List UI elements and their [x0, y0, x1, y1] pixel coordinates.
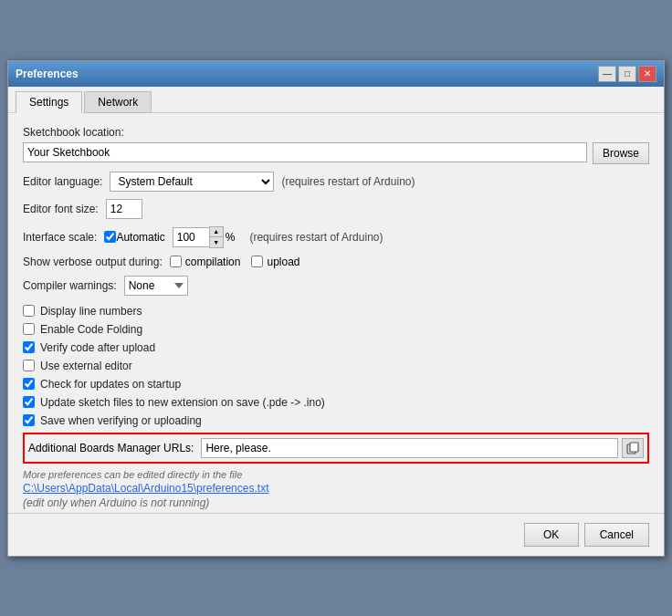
verbose-output-label: Show verbose output during:	[23, 256, 163, 268]
title-bar: Preferences — □ ✕	[8, 61, 664, 87]
sketchbook-label: Sketchbook location:	[23, 126, 124, 139]
interface-scale-label: Interface scale:	[23, 231, 97, 244]
verify-code-label: Verify code after upload	[40, 341, 155, 354]
compiler-warnings-label: Compiler warnings:	[23, 279, 117, 292]
checkbox-enable-code-folding: Enable Code Folding	[23, 323, 649, 336]
display-line-numbers-checkbox[interactable]	[23, 305, 35, 317]
auto-scale-label: Automatic	[116, 231, 164, 244]
compilation-label: compilation	[185, 256, 241, 268]
tab-bar: Settings Network	[8, 87, 664, 113]
use-external-editor-label: Use external editor	[40, 360, 132, 372]
upload-label: upload	[267, 256, 299, 268]
scale-value-input[interactable]	[173, 227, 209, 247]
check-updates-checkbox[interactable]	[23, 378, 35, 390]
checkbox-verify-code: Verify code after upload	[23, 341, 649, 354]
more-prefs-hint: More preferences can be edited directly …	[23, 469, 649, 480]
minimize-button[interactable]: —	[598, 66, 616, 82]
tab-settings[interactable]: Settings	[16, 91, 82, 113]
checkbox-update-sketch-files: Update sketch files to new extension on …	[23, 396, 649, 409]
sketchbook-input-row: Browse	[23, 142, 649, 164]
additional-urls-input[interactable]	[201, 438, 618, 458]
svg-rect-1	[630, 443, 638, 452]
compilation-check: compilation	[170, 256, 241, 268]
use-external-editor-checkbox[interactable]	[23, 360, 35, 371]
editor-language-label: Editor language:	[23, 175, 102, 188]
check-updates-label: Check for updates on startup	[40, 378, 181, 391]
checkbox-check-updates: Check for updates on startup	[23, 378, 649, 391]
sketchbook-input[interactable]	[23, 142, 587, 162]
checkbox-save-when-verifying: Save when verifying or uploading	[23, 414, 649, 427]
preferences-window: Preferences — □ ✕ Settings Network Sketc…	[7, 60, 665, 557]
checkbox-use-external-editor: Use external editor	[23, 360, 649, 372]
verify-code-checkbox[interactable]	[23, 341, 35, 353]
scale-spinner: ▲ ▼	[173, 226, 224, 248]
verbose-output-row: Show verbose output during: compilation …	[23, 256, 649, 268]
copy-icon	[626, 442, 639, 454]
hint-section: More preferences can be edited directly …	[23, 469, 649, 509]
close-button[interactable]: ✕	[638, 66, 656, 82]
additional-urls-row: Additional Boards Manager URLs:	[23, 433, 649, 464]
percent-label: %	[226, 231, 236, 244]
scale-down-button[interactable]: ▼	[210, 237, 223, 247]
button-row: OK Cancel	[8, 513, 664, 556]
editor-language-row: Editor language: System Default (require…	[23, 172, 649, 192]
editor-language-select[interactable]: System Default	[110, 172, 274, 192]
interface-scale-note: (requires restart of Arduino)	[249, 231, 383, 244]
editor-language-note: (requires restart of Arduino)	[281, 175, 415, 188]
maximize-button[interactable]: □	[618, 66, 636, 82]
interface-scale-row: Interface scale: Automatic ▲ ▼ % (requir…	[23, 226, 649, 248]
auto-scale-checkbox[interactable]	[104, 231, 116, 243]
edit-note: (edit only when Arduino is not running)	[23, 496, 649, 509]
compiler-warnings-select[interactable]: None	[124, 276, 188, 296]
save-when-verifying-checkbox[interactable]	[23, 414, 35, 426]
compilation-checkbox[interactable]	[170, 256, 182, 267]
save-when-verifying-label: Save when verifying or uploading	[40, 414, 202, 427]
update-sketch-files-checkbox[interactable]	[23, 396, 35, 408]
cancel-button[interactable]: Cancel	[584, 523, 649, 547]
upload-checkbox[interactable]	[251, 256, 263, 267]
checkbox-display-line-numbers: Display line numbers	[23, 305, 649, 318]
sketchbook-row: Sketchbook location: Browse	[23, 126, 649, 164]
settings-panel: Sketchbook location: Browse Editor langu…	[8, 113, 664, 513]
ok-button[interactable]: OK	[524, 523, 579, 547]
tab-network[interactable]: Network	[84, 91, 152, 113]
enable-code-folding-label: Enable Code Folding	[40, 323, 142, 336]
window-title: Preferences	[16, 68, 79, 80]
display-line-numbers-label: Display line numbers	[40, 305, 142, 318]
upload-check: upload	[251, 256, 299, 268]
enable-code-folding-checkbox[interactable]	[23, 323, 35, 335]
scale-up-button[interactable]: ▲	[210, 227, 223, 237]
editor-font-size-input[interactable]	[106, 199, 142, 219]
compiler-warnings-row: Compiler warnings: None	[23, 276, 649, 296]
title-bar-controls: — □ ✕	[598, 66, 656, 82]
editor-font-size-row: Editor font size:	[23, 199, 649, 219]
prefs-path-link[interactable]: C:\Users\AppData\Local\Arduino15\prefere…	[23, 482, 649, 495]
scale-spinner-buttons: ▲ ▼	[209, 226, 224, 248]
additional-urls-label: Additional Boards Manager URLs:	[28, 442, 194, 454]
editor-font-size-label: Editor font size:	[23, 203, 99, 215]
verbose-options: compilation upload	[170, 256, 300, 268]
browse-button[interactable]: Browse	[593, 142, 649, 164]
copy-urls-button[interactable]	[622, 438, 644, 458]
update-sketch-files-label: Update sketch files to new extension on …	[40, 396, 325, 409]
